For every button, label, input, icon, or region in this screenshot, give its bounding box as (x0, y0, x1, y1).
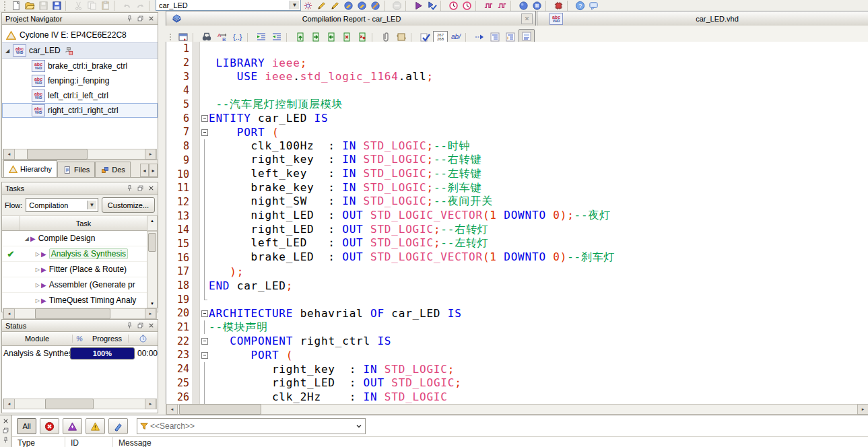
filter-flag-button[interactable] (108, 418, 128, 434)
pin-icon[interactable] (125, 321, 134, 330)
undo-icon[interactable] (121, 1, 133, 11)
scissors-icon[interactable] (72, 1, 85, 11)
pin-icon[interactable] (125, 14, 134, 23)
scroll-thumb[interactable] (27, 149, 88, 160)
customize-button[interactable]: Customize... (102, 197, 155, 213)
code-line[interactable]: 17 ); (166, 265, 868, 279)
code-line[interactable]: 7 PORT ( (166, 125, 868, 139)
float-icon[interactable] (135, 184, 145, 193)
code-line[interactable]: 21--模块声明 (166, 320, 868, 335)
expand-icon[interactable]: ▷ (20, 251, 40, 257)
clock-red-icon[interactable] (447, 1, 460, 11)
tree-item-root[interactable]: ◢ abcVHD car_LED (2, 42, 158, 59)
copy-icon[interactable] (86, 1, 98, 11)
pin-icon[interactable] (125, 184, 134, 193)
task-row[interactable]: ▷▶Assembler (Generate pr (2, 277, 148, 293)
fold-collapse-icon[interactable] (200, 111, 209, 125)
search-input[interactable] (149, 421, 355, 432)
run-task-icon[interactable]: ▶ (41, 281, 46, 289)
chevron-down-icon[interactable] (355, 422, 363, 430)
fold-collapse-icon[interactable] (200, 125, 209, 139)
code-line[interactable]: 10 left_key : IN STD_LOGIC;--左转键 (166, 167, 868, 181)
filter-all-button[interactable]: All (17, 418, 36, 434)
fold-collapse-icon[interactable] (200, 334, 209, 348)
close-icon[interactable] (1, 417, 10, 425)
code-line[interactable]: 26 clk_2Hz : IN STD_LOGIC (166, 390, 868, 404)
expander-icon[interactable]: ◢ (3, 48, 11, 54)
run-task-icon[interactable]: ▶ (41, 297, 46, 304)
sphere-gold-icon[interactable] (356, 1, 368, 11)
sphere-gold-icon[interactable] (342, 1, 355, 11)
fold-collapse-icon[interactable] (200, 348, 209, 362)
clock-red-icon[interactable] (461, 1, 473, 11)
scroll-thumb[interactable] (35, 308, 110, 319)
float-icon[interactable] (135, 321, 145, 330)
stop-icon[interactable] (391, 1, 403, 11)
code-line[interactable]: 19 (166, 292, 868, 306)
code-line[interactable]: 1 (166, 42, 868, 56)
code-line[interactable]: 13 night_LED : OUT STD_LOGIC_VECTOR(1 DO… (166, 209, 868, 223)
task-row[interactable]: ✔▷▶Analysis & Synthesis (2, 246, 148, 262)
sphere-wrench-icon[interactable] (369, 1, 382, 11)
run-task-icon[interactable]: ▶ (41, 250, 46, 258)
scroll-down-icon[interactable]: ▾ (151, 301, 154, 306)
play-check-icon[interactable] (426, 1, 438, 11)
flow-combobox[interactable]: Compilation ▼ (26, 198, 98, 212)
tree-item-instance[interactable]: abcVHDright_ctrl:i_right_ctrl (2, 103, 158, 118)
task-row[interactable]: ◢▶Compile Design (2, 231, 148, 246)
tasks-vscrollbar[interactable]: ▾ (147, 231, 158, 308)
status-hscrollbar[interactable]: ◂ ▸ (3, 399, 157, 409)
scroll-right-icon[interactable]: ▸ (145, 308, 156, 319)
tabs-scroll-left-icon[interactable]: ◂ (140, 164, 149, 177)
starburst-icon[interactable] (302, 1, 314, 11)
chip-red-icon[interactable] (552, 1, 565, 11)
collapse-icon[interactable]: ◢ (20, 236, 29, 242)
tab-files[interactable]: Files (57, 162, 95, 177)
code-line[interactable]: 15 left_LED : OUT STD_LOGIC;--左转灯 (166, 237, 868, 251)
tab-hierarchy[interactable]: Hierarchy (3, 160, 57, 177)
editor-hscrollbar[interactable]: ◂ ▸ (166, 404, 868, 415)
new-file-icon[interactable] (10, 1, 23, 11)
pencil-icon[interactable] (329, 1, 341, 11)
run-task-icon[interactable]: ▶ (41, 266, 46, 273)
redo-icon[interactable] (134, 1, 147, 11)
code-line[interactable]: 16 brake_LED : OUT STD_LOGIC_VECTOR(1 DO… (166, 250, 868, 265)
filter-warnings-button[interactable] (86, 418, 105, 434)
pencil-icon[interactable] (315, 1, 328, 11)
code-line[interactable]: 20ARCHITECTURE behavrial OF car_LED IS (166, 306, 868, 320)
pin-icon[interactable] (1, 436, 10, 444)
paste-icon[interactable] (99, 1, 112, 11)
tasks-hscrollbar[interactable]: ◂ ▸ (3, 308, 157, 319)
message-search-field[interactable] (137, 418, 366, 434)
save-icon[interactable] (37, 1, 50, 11)
scroll-left-icon[interactable]: ◂ (3, 308, 15, 319)
code-line[interactable]: 25 right_LED : OUT STD_LOGIC; (166, 376, 868, 390)
tree-item-instance[interactable]: abcVHDbrake_ctrl:i_brake_ctrl (2, 59, 158, 73)
scroll-left-icon[interactable]: ◂ (3, 399, 15, 409)
scroll-right-icon[interactable]: ▸ (857, 404, 868, 415)
code-line[interactable]: 12 night_SW : IN STD_LOGIC;--夜间开关 (166, 195, 868, 209)
code-line[interactable]: 9 right_key : IN STD_LOGIC;--右转键 (166, 153, 868, 168)
close-icon[interactable] (146, 14, 156, 23)
expand-icon[interactable]: ▷ (20, 282, 40, 288)
tasks-vscroll-up[interactable]: ▴ (147, 215, 158, 231)
scroll-thumb[interactable] (179, 404, 261, 415)
code-line[interactable]: 23 PORT ( (166, 348, 868, 362)
code-line[interactable]: 8 clk_100Hz : IN STD_LOGIC;--时钟 (166, 139, 868, 153)
code-line[interactable]: 4 (166, 83, 868, 98)
run-task-icon[interactable]: ▶ (30, 235, 36, 242)
tabs-scroll-right-icon[interactable]: ▸ (149, 164, 158, 177)
wave-magenta-icon[interactable] (482, 1, 495, 11)
code-editor[interactable]: 12 LIBRARY ieee;3 USE ieee.std_logic_116… (166, 42, 868, 404)
scroll-right-icon[interactable]: ▸ (145, 149, 156, 160)
chat-icon[interactable] (587, 1, 600, 11)
open-folder-icon[interactable] (24, 1, 36, 11)
close-icon[interactable] (146, 184, 156, 193)
code-line[interactable]: 18END car_LED; (166, 279, 868, 293)
scroll-thumb[interactable] (148, 233, 156, 252)
code-line[interactable]: 22 COMPONENT right_ctrl IS (166, 334, 868, 348)
code-line[interactable]: 5 --汽车尾灯控制顶层模块 (166, 98, 868, 112)
code-line[interactable]: 2 LIBRARY ieee; (166, 56, 868, 70)
float-icon[interactable] (135, 14, 145, 23)
task-row[interactable]: ▷▶Fitter (Place & Route) (2, 262, 148, 277)
